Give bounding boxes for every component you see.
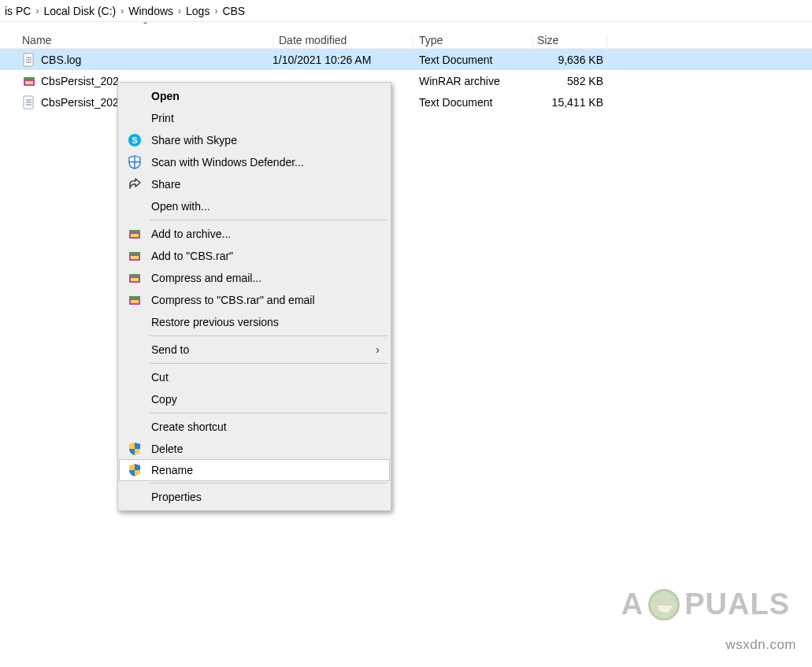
context-item-create-shortcut[interactable]: Create shortcut xyxy=(120,416,389,438)
chevron-right-icon: › xyxy=(178,6,181,17)
svg-rect-2 xyxy=(24,77,35,80)
svg-rect-13 xyxy=(129,252,140,254)
context-separator xyxy=(150,413,387,413)
winrar-icon xyxy=(126,225,143,243)
context-item-label: Cut xyxy=(151,371,169,384)
svg-rect-3 xyxy=(25,81,33,84)
context-item-label: Properties xyxy=(151,491,202,503)
breadcrumb-item[interactable]: is PC xyxy=(5,5,31,17)
context-item-label: Print xyxy=(151,112,174,124)
context-item-rename[interactable]: Rename xyxy=(119,459,390,481)
breadcrumb-item[interactable]: Logs xyxy=(186,5,209,17)
context-item-label: Share xyxy=(151,178,180,191)
context-item-copy[interactable]: Copy xyxy=(120,388,389,410)
winrar-icon xyxy=(126,291,143,309)
context-item-label: Add to archive... xyxy=(151,228,231,240)
context-item-label: Restore previous versions xyxy=(151,316,279,328)
context-item-label: Share with Skype xyxy=(151,134,237,146)
column-size[interactable]: Size xyxy=(532,34,606,46)
context-item-label: Delete xyxy=(151,443,183,455)
watermark-text: PUALS xyxy=(684,587,790,621)
sort-ascending-icon: ⌃ xyxy=(142,20,149,31)
context-menu[interactable]: Open Print S Share with Skype Scan with … xyxy=(117,82,391,511)
column-date[interactable]: Date modified xyxy=(273,34,413,46)
column-name[interactable]: Name xyxy=(0,34,273,46)
column-type[interactable]: Type xyxy=(413,34,532,46)
context-item-compress-email[interactable]: Compress and email... xyxy=(120,267,389,289)
breadcrumb-item[interactable]: CBS xyxy=(222,5,245,17)
context-item-open-with[interactable]: Open with... xyxy=(120,195,389,217)
file-size: 582 KB xyxy=(532,75,606,87)
context-item-label: Compress to "CBS.rar" and email xyxy=(151,294,315,306)
svg-rect-20 xyxy=(131,300,139,303)
file-size: 15,411 KB xyxy=(532,96,606,109)
context-item-label: Create shortcut xyxy=(151,421,227,433)
chevron-right-icon: › xyxy=(214,6,217,17)
breadcrumb-item[interactable]: Windows xyxy=(128,5,173,17)
text-file-icon xyxy=(22,53,36,67)
context-item-share-skype[interactable]: S Share with Skype xyxy=(120,129,389,151)
shield-icon xyxy=(126,440,143,458)
column-headers[interactable]: ⌃ Name Date modified Type Size xyxy=(0,22,812,49)
svg-rect-19 xyxy=(129,296,140,298)
context-item-compress-rar-email[interactable]: Compress to "CBS.rar" and email xyxy=(120,289,389,311)
chevron-right-icon: › xyxy=(121,6,124,17)
svg-rect-8 xyxy=(134,157,135,168)
context-item-add-to-archive[interactable]: Add to archive... xyxy=(120,223,389,245)
context-item-label: Open xyxy=(151,90,180,102)
context-item-add-to-rar[interactable]: Add to "CBS.rar" xyxy=(120,245,389,267)
context-item-label: Scan with Windows Defender... xyxy=(151,156,304,169)
svg-rect-17 xyxy=(131,278,139,281)
shield-icon xyxy=(126,461,143,479)
breadcrumb[interactable]: is PC › Local Disk (C:) › Windows › Logs… xyxy=(0,0,812,22)
context-item-label: Rename xyxy=(151,464,193,476)
svg-rect-10 xyxy=(129,230,140,232)
context-item-label: Open with... xyxy=(151,200,210,213)
context-item-delete[interactable]: Delete xyxy=(120,438,389,460)
context-separator xyxy=(150,483,387,484)
skype-icon: S xyxy=(126,132,143,149)
svg-text:S: S xyxy=(132,135,137,145)
defender-icon xyxy=(126,154,143,171)
context-item-label: Copy xyxy=(151,393,177,406)
file-type: Text Document xyxy=(413,54,532,66)
chevron-right-icon: › xyxy=(35,6,39,17)
context-item-defender[interactable]: Scan with Windows Defender... xyxy=(120,151,389,173)
file-type: WinRAR archive xyxy=(413,75,532,87)
context-item-send-to[interactable]: Send to › xyxy=(120,339,389,361)
context-item-restore-versions[interactable]: Restore previous versions xyxy=(120,311,389,333)
text-file-icon xyxy=(22,95,36,109)
watermark-text: A xyxy=(621,587,643,621)
file-name: CBS.log xyxy=(41,54,273,66)
context-item-label: Add to "CBS.rar" xyxy=(151,250,233,262)
svg-rect-16 xyxy=(129,274,140,276)
file-row[interactable]: CBS.log 1/10/2021 10:26 AM Text Document… xyxy=(0,49,812,70)
context-separator xyxy=(150,335,387,336)
context-item-properties[interactable]: Properties xyxy=(120,486,389,508)
file-type: Text Document xyxy=(413,96,532,109)
watermark: A PUALS xyxy=(621,587,790,621)
winrar-icon xyxy=(126,269,143,287)
context-item-label: Send to xyxy=(151,343,189,356)
context-item-print[interactable]: Print xyxy=(120,107,389,129)
context-item-share[interactable]: Share xyxy=(120,173,389,195)
svg-rect-11 xyxy=(131,234,139,237)
winrar-icon xyxy=(126,247,143,265)
context-separator xyxy=(150,363,387,364)
file-date: 1/10/2021 10:26 AM xyxy=(273,54,413,66)
breadcrumb-item[interactable]: Local Disk (C:) xyxy=(43,5,116,17)
share-icon xyxy=(126,176,143,193)
context-item-label: Compress and email... xyxy=(151,272,261,284)
watermark-icon xyxy=(648,589,680,621)
context-separator xyxy=(150,220,387,220)
context-item-cut[interactable]: Cut xyxy=(120,366,389,388)
chevron-right-icon: › xyxy=(376,343,380,356)
svg-rect-14 xyxy=(131,256,139,259)
footer-url: wsxdn.com xyxy=(725,637,796,653)
file-size: 9,636 KB xyxy=(532,54,606,66)
winrar-file-icon xyxy=(22,74,36,88)
context-item-open[interactable]: Open xyxy=(120,85,389,107)
